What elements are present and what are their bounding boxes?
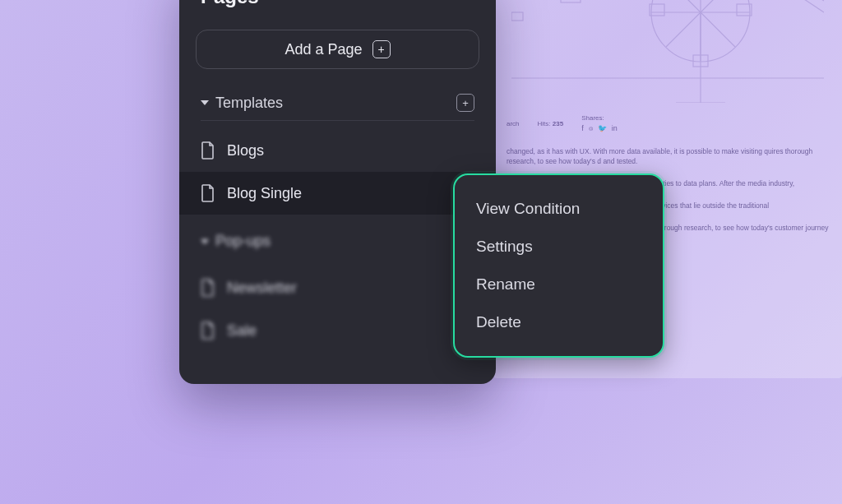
category-label: arch [507,119,520,129]
context-menu-view-condition[interactable]: View Condition [455,190,663,228]
svg-rect-11 [511,12,523,21]
hero-image [507,0,829,107]
shares-group: Shares: f ⌾ 🐦 in [581,113,618,135]
popups-list: Newsletter Sale [179,266,496,352]
template-item-blogs[interactable]: Blogs [179,129,496,172]
context-menu-settings[interactable]: Settings [455,228,663,266]
add-page-label: Add a Page [285,41,362,58]
pages-panel: Pages Add a Page + Templates + [179,0,496,384]
panel-title: Pages [201,0,259,8]
facebook-icon[interactable]: f [581,123,584,135]
templates-list: Blogs Blog Single [179,129,496,215]
collapse-panel-button[interactable] [455,0,474,7]
caret-down-icon [201,100,209,105]
linkedin-icon[interactable]: in [612,123,618,135]
svg-line-14 [791,0,824,1]
instagram-icon[interactable]: ⌾ [589,123,593,135]
templates-section-header[interactable]: Templates + [201,89,474,121]
popups-label: Pop-ups [215,233,271,250]
template-item-blog-single[interactable]: Blog Single [179,172,496,215]
popup-item-newsletter[interactable]: Newsletter [179,266,496,309]
templates-label: Templates [215,95,283,112]
page-icon [201,141,215,160]
add-template-button[interactable]: + [456,94,474,112]
context-menu-delete[interactable]: Delete [455,303,663,341]
context-menu: View Condition Settings Rename Delete [453,173,664,358]
page-icon [201,184,215,202]
context-menu-rename[interactable]: Rename [455,266,663,303]
hits-group: Hits: 235 [538,119,564,129]
add-page-button[interactable]: Add a Page + [196,30,479,69]
template-item-label: Blog Single [227,185,302,202]
popup-item-label: Newsletter [227,280,297,297]
svg-rect-10 [561,0,581,2]
popup-item-sale[interactable]: Sale [179,309,496,352]
template-item-label: Blogs [227,142,264,160]
popups-section-header[interactable]: Pop-ups [201,228,474,258]
page-icon [201,321,215,340]
popup-item-label: Sale [227,322,257,340]
svg-line-13 [775,0,824,12]
page-icon [201,279,215,297]
plus-icon: + [372,40,391,58]
caret-down-icon [201,239,209,244]
article-paragraph: changed, as it has with UX. With more da… [507,146,829,168]
twitter-icon[interactable]: 🐦 [598,123,607,135]
